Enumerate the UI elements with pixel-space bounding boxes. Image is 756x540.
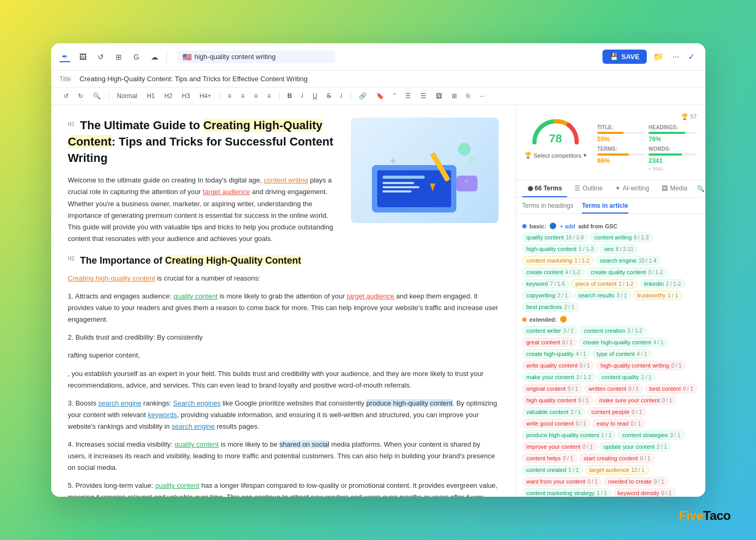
term-chip[interactable]: piece of content 1 / 1-2 [571, 279, 638, 288]
term-chip[interactable]: improve your content 0 / 1 [522, 442, 597, 451]
italic-button[interactable]: I [298, 91, 307, 101]
term-chip[interactable]: keyword density 0 / 1 [614, 488, 676, 497]
term-chip[interactable]: create content 4 / 1-2 [522, 267, 585, 277]
quote-button[interactable]: " [390, 91, 399, 101]
numbered-list[interactable]: ☰ [417, 91, 430, 101]
term-chip[interactable]: content helps 0 / 1 [522, 454, 578, 463]
term-chip[interactable]: best content 0 / 1 [645, 384, 697, 393]
term-chip[interactable]: seo 8 / 2-11 [600, 244, 638, 254]
term-chip[interactable]: produce high-quality content 1 / 1 [522, 430, 616, 440]
term-chip[interactable]: search results 3 / 1 [574, 291, 631, 300]
term-chip[interactable]: want from your content 0 / 1 [522, 477, 602, 486]
cloud-icon[interactable]: ☁ [149, 52, 160, 62]
term-chip[interactable]: valuable content 2 / 1 [522, 407, 586, 417]
term-chip[interactable]: search engine 10 / 1-4 [596, 256, 661, 265]
term-chip[interactable]: create high-quality 4 / 1 [522, 349, 590, 359]
term-chip[interactable]: content strategies 3 / 1 [618, 430, 684, 440]
main-area: + + H1 The Ultimate Guide to Creating Hi… [51, 105, 705, 497]
refresh-icon[interactable]: ↺ [95, 52, 106, 62]
term-chip[interactable]: best practices 2 / 1 [522, 302, 579, 312]
bold-button[interactable]: B [284, 91, 296, 101]
term-chip[interactable]: type of content 4 / 1 [592, 349, 652, 359]
grid-icon[interactable]: ⊞ [113, 52, 124, 62]
term-chip[interactable]: trustworthy 1 / 1 [633, 291, 682, 300]
term-chip[interactable]: content writing 8 / 1-3 [590, 233, 653, 242]
sub-tab-headings[interactable]: Terms in headings [522, 202, 573, 214]
underline-button[interactable]: U [309, 91, 321, 101]
google-icon[interactable]: G [131, 52, 142, 62]
term-chip[interactable]: content quality 2 / 1 [597, 372, 655, 382]
term-chip[interactable]: create quality content 3 / 1-2 [587, 267, 667, 277]
tab-media[interactable]: 🖼 Media [656, 180, 693, 197]
h4-button[interactable]: H4+ [196, 91, 215, 101]
term-chip[interactable]: high-quality content 5 / 1-3 [522, 244, 598, 254]
term-chip[interactable]: written content 0 / 1 [585, 384, 643, 393]
term-chip[interactable]: easy to read 0 / 1 [592, 419, 645, 428]
term-chip[interactable]: content people 0 / 1 [587, 407, 646, 417]
term-chip[interactable]: write good content 0 / 1 [522, 419, 590, 428]
pen-icon[interactable]: ✒ [60, 52, 70, 62]
table-insert[interactable]: ⊞ [448, 91, 461, 101]
title-value: Creating High-Quality Content: Tips and … [80, 75, 308, 83]
more-format[interactable]: ··· [476, 91, 489, 101]
term-chip[interactable]: make your content 3 / 1-2 [522, 372, 596, 382]
check-button[interactable]: ✓ [686, 50, 697, 64]
term-chip[interactable]: quality content 18 / 1-9 [522, 233, 588, 242]
toolbar-icons: ✒ 🖼 ↺ ⊞ G ☁ [60, 52, 160, 62]
tab-outline[interactable]: ☰ Outline [569, 180, 608, 197]
terms-metric: TERMS: 66% [597, 146, 645, 171]
folder-button[interactable]: 📁 [651, 50, 666, 64]
term-chip[interactable]: content creation 3 / 1-2 [580, 326, 647, 335]
competitors-button[interactable]: 🏆 Select competitors ▾ [524, 150, 587, 161]
align-right[interactable]: ≡ [251, 91, 262, 101]
h2-button[interactable]: H2 [161, 91, 176, 101]
editor-area[interactable]: + + H1 The Ultimate Guide to Creating Hi… [51, 105, 515, 497]
term-chip[interactable]: start creating content 0 / 1 [579, 454, 654, 463]
h3-button[interactable]: H3 [178, 91, 194, 101]
term-chip[interactable]: content created 1 / 1 [522, 465, 583, 475]
strikethrough-button[interactable]: S [323, 91, 334, 101]
add-from-gsc-link[interactable]: add from GSC [578, 223, 617, 229]
tab-ai-writing[interactable]: ✦ AI-writing [610, 180, 654, 197]
add-basic-link[interactable]: + add [560, 223, 575, 229]
term-chip[interactable]: high quality content 0 / 1 [522, 396, 593, 405]
align-center[interactable]: ≡ [237, 91, 248, 101]
bullet-list[interactable]: ☰ [401, 91, 415, 101]
image-icon[interactable]: 🖼 [78, 52, 88, 62]
more-button[interactable]: ··· [670, 50, 681, 64]
term-chip[interactable]: copywriting 2 / 1 [522, 291, 572, 300]
copy-button[interactable]: ⎘ [463, 91, 474, 101]
term-chip[interactable]: content marketing 1 / 1-2 [522, 256, 594, 265]
term-chip[interactable]: update your content 2 / 1 [599, 442, 672, 451]
undo-button[interactable]: ↺ [60, 91, 72, 101]
bookmark-button[interactable]: 🔖 [372, 91, 388, 101]
search-terms-button[interactable]: 🔍 [695, 183, 705, 195]
chevron-down-icon: ▾ [583, 152, 587, 159]
align-justify[interactable]: ≡ [264, 91, 275, 101]
save-button[interactable]: 💾 SAVE [602, 50, 647, 64]
term-chip[interactable]: make sure your content 0 / 1 [595, 396, 676, 405]
term-chip[interactable]: content writer 3 / 1 [522, 326, 578, 335]
h1-button[interactable]: H1 [143, 91, 158, 101]
search-tab[interactable]: 🇺🇸 high-quality content writing [177, 51, 336, 63]
sub-tab-article[interactable]: Terms in article [582, 202, 628, 214]
term-chip[interactable]: create high-quality content 4 / 1 [579, 338, 668, 347]
term-chip[interactable]: content marketing strategy 1 / 1 [522, 488, 611, 497]
term-chip[interactable]: original content 0 / 1 [522, 384, 582, 393]
terms-bar-fill [597, 153, 629, 156]
term-chip[interactable]: high-quality content writing 0 / 1 [596, 361, 686, 370]
redo-button[interactable]: ↻ [74, 91, 87, 101]
italic2-button[interactable]: I [337, 91, 346, 101]
term-chip[interactable]: target audience 12 / 1 [585, 465, 649, 475]
link-button[interactable]: 🔗 [355, 91, 370, 101]
tab-terms[interactable]: ◉ 66 Terms [522, 180, 568, 197]
normal-button[interactable]: Normal [113, 91, 141, 101]
term-chip[interactable]: needed to create 0 / 1 [604, 477, 668, 486]
term-chip[interactable]: great content 0 / 1 [522, 338, 577, 347]
image-insert[interactable]: 🖼 [432, 91, 446, 101]
term-chip[interactable]: keyword 7 / 1-5 [522, 279, 569, 288]
search-button[interactable]: 🔍 [89, 91, 104, 101]
term-chip[interactable]: write quality content 0 / 1 [522, 361, 595, 370]
term-chip[interactable]: linkedin 2 / 1-2 [640, 279, 685, 288]
align-left[interactable]: ≡ [224, 91, 235, 101]
